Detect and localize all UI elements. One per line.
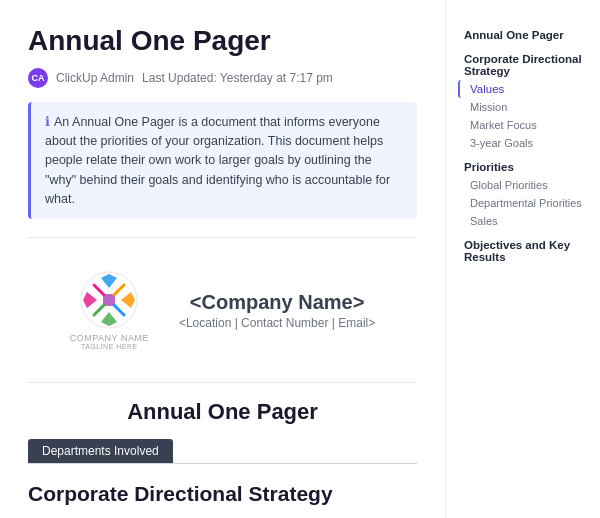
main-content: Annual One Pager CA ClickUp Admin Last U… [0,0,445,518]
svg-marker-1 [83,292,97,308]
toc-okr[interactable]: Objectives and Key Results [458,236,588,266]
company-title-placeholder: <Company Name> [179,291,375,314]
dept-tab[interactable]: Departments Involved [28,439,173,463]
svg-marker-3 [101,274,117,288]
page-title: Annual One Pager [28,24,417,58]
svg-line-8 [94,305,104,315]
svg-line-7 [114,285,124,295]
divider-1 [28,237,417,238]
info-icon: ℹ [45,112,50,132]
sidebar-toc: Annual One Pager Corporate Directional S… [445,0,600,518]
avatar: CA [28,68,48,88]
company-subtitle-placeholder: <Location | Contact Number | Email> [179,316,375,330]
divider-2 [28,382,417,383]
toc-market-focus[interactable]: Market Focus [458,116,588,134]
toc-priorities[interactable]: Priorities [458,158,588,176]
toc-departmental-priorities[interactable]: Departmental Priorities [458,194,588,212]
meta-row: CA ClickUp Admin Last Updated: Yesterday… [28,68,417,88]
toc-annual-one-pager[interactable]: Annual One Pager [458,26,588,44]
toc-global-priorities[interactable]: Global Priorities [458,176,588,194]
company-placeholder: <Company Name> <Location | Contact Numbe… [179,291,375,330]
company-logo [79,270,139,330]
author-name: ClickUp Admin [56,71,134,85]
svg-marker-2 [121,292,135,308]
info-box: ℹAn Annual One Pager is a document that … [28,102,417,220]
section-heading: Annual One Pager [28,399,417,425]
svg-line-6 [94,285,104,295]
svg-line-9 [114,305,124,315]
logo-section: COMPANY NAME TAGLINE HERE <Company Name>… [28,254,417,366]
last-updated: Last Updated: Yesterday at 7:17 pm [142,71,333,85]
toc-3-year-goals[interactable]: 3-year Goals [458,134,588,152]
corp-section-title: Corporate Directional Strategy [28,482,417,506]
company-name-label: COMPANY NAME TAGLINE HERE [70,333,149,350]
toc-mission[interactable]: Mission [458,98,588,116]
toc-sales[interactable]: Sales [458,212,588,230]
svg-marker-4 [101,312,117,326]
dept-tab-bar: Departments Involved [28,439,417,464]
toc-corporate-directional-strategy[interactable]: Corporate Directional Strategy [458,50,588,80]
logo-area: COMPANY NAME TAGLINE HERE [70,270,149,350]
toc-values[interactable]: Values [458,80,588,98]
info-text: An Annual One Pager is a document that i… [45,115,390,207]
